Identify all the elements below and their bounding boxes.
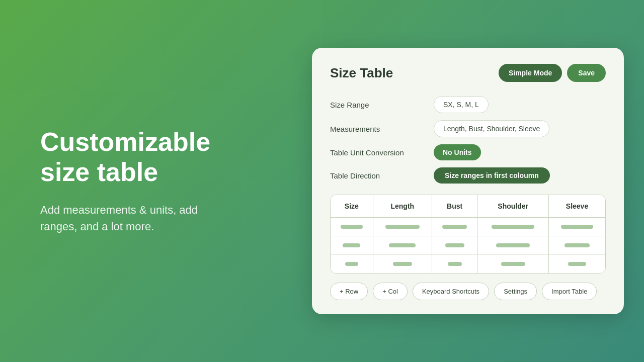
save-button[interactable]: Save [567, 64, 606, 82]
cell-bar [393, 262, 413, 266]
left-panel: Customizable size table Add measurements… [0, 97, 240, 265]
cell-bar [568, 262, 587, 266]
cell-bar [501, 262, 525, 266]
cell-bar [389, 243, 416, 247]
description: Add measurements & units, add ranges, an… [40, 202, 210, 235]
bottom-buttons: + Row + Col Keyboard Shortcuts Settings … [330, 283, 606, 300]
add-col-button[interactable]: + Col [373, 283, 408, 300]
table-row [331, 218, 605, 236]
col-sleeve: Sleeve [548, 195, 605, 218]
cell-bar [343, 243, 360, 247]
cell-bar [445, 243, 464, 247]
col-shoulder: Shoulder [477, 195, 549, 218]
cell-bar [442, 225, 467, 229]
unit-conversion-row: Table Unit Conversion No Units [330, 144, 606, 160]
table-direction-label: Table Direction [330, 171, 426, 180]
add-row-button[interactable]: + Row [330, 283, 368, 300]
cell-bar [561, 225, 593, 229]
cell-bar [341, 225, 363, 229]
size-range-input[interactable]: SX, S, M, L [434, 96, 489, 113]
cell-bar [448, 262, 462, 266]
cell-bar [345, 262, 358, 266]
table-row [331, 236, 605, 255]
col-bust: Bust [432, 195, 477, 218]
header-buttons: Simple Mode Save [499, 64, 606, 82]
cell-bar [565, 243, 590, 247]
size-range-label: Size Range [330, 101, 426, 109]
form-section: Size Range SX, S, M, L Measurements Leng… [330, 96, 606, 184]
table-direction-row: Table Direction Size ranges in first col… [330, 167, 606, 184]
cell-bar [385, 225, 419, 229]
card-title: Size Table [330, 65, 393, 81]
import-table-button[interactable]: Import Table [542, 283, 597, 300]
simple-mode-button[interactable]: Simple Mode [499, 64, 562, 82]
size-table: Size Length Bust Shoulder Sleeve [330, 195, 606, 274]
headline: Customizable size table [40, 127, 210, 188]
measurements-input[interactable]: Length, Bust, Shoulder, Sleeve [434, 120, 549, 137]
measurements-row: Measurements Length, Bust, Shoulder, Sle… [330, 120, 606, 137]
size-table-card: Size Table Simple Mode Save Size Range S… [312, 48, 624, 314]
table-row [331, 255, 605, 274]
size-range-row: Size Range SX, S, M, L [330, 96, 606, 113]
measurements-label: Measurements [330, 125, 426, 133]
cell-bar [492, 225, 534, 229]
headline-line1: Customizable [40, 127, 210, 156]
card-header: Size Table Simple Mode Save [330, 64, 606, 82]
headline-line2: size table [40, 157, 158, 187]
table-header-row: Size Length Bust Shoulder Sleeve [331, 195, 605, 218]
unit-conversion-label: Table Unit Conversion [330, 148, 426, 157]
col-size: Size [331, 195, 373, 218]
col-length: Length [373, 195, 432, 218]
cell-bar [496, 243, 529, 247]
settings-button[interactable]: Settings [494, 283, 537, 300]
no-units-button[interactable]: No Units [434, 144, 481, 160]
table-direction-button[interactable]: Size ranges in first coloumn [434, 167, 550, 184]
keyboard-shortcuts-button[interactable]: Keyboard Shortcuts [413, 283, 489, 300]
